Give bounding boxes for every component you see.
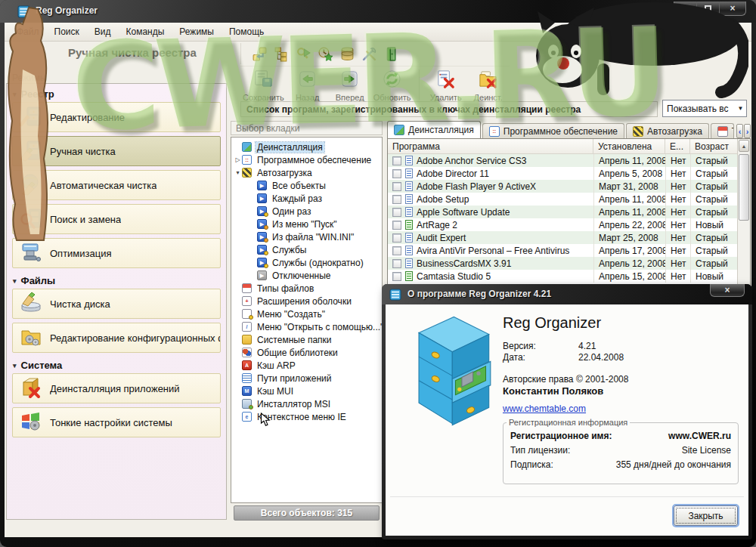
- tree-item-disabled[interactable]: ▶Отключенные: [231, 269, 382, 282]
- website-link[interactable]: www.chemtable.com: [503, 403, 586, 414]
- tree-item-shared-libs[interactable]: Общие библиотеки: [231, 346, 382, 359]
- tree-item-run-once[interactable]: ▶Один раз: [231, 205, 382, 218]
- tree-item-app-paths[interactable]: Пути приложений: [231, 372, 382, 385]
- tab-file-types[interactable]: Ти: [711, 123, 734, 138]
- table-row[interactable]: Adobe Anchor Service CS3Апрель 11, 2008Н…: [388, 154, 737, 167]
- tree-item-startup-flag[interactable]: ▾Автозагрузка: [231, 166, 382, 179]
- tab-software-box[interactable]: ::Программное обеспечение: [482, 123, 624, 138]
- services-once-icon: ▶: [257, 258, 267, 267]
- chevron-down-icon[interactable]: ▼: [735, 105, 746, 112]
- menu-поиск[interactable]: Поиск: [47, 24, 87, 39]
- scroll-up-icon[interactable]: ▲: [739, 140, 749, 152]
- column-header-installed[interactable]: Установлена: [593, 139, 665, 153]
- menu-команды[interactable]: Команды: [119, 24, 172, 39]
- back-button[interactable]: Назад: [287, 69, 329, 102]
- row-checkbox[interactable]: [392, 259, 401, 268]
- table-row[interactable]: Adobe Flash Player 9 ActiveXМарт 31, 200…: [388, 180, 737, 193]
- sidebar-item-manual-clean[interactable]: Ручная чистка: [12, 136, 221, 166]
- row-checkbox[interactable]: [392, 182, 401, 191]
- forward-button[interactable]: Вперед: [329, 69, 371, 102]
- menu-помощь[interactable]: Помощь: [222, 24, 271, 39]
- table-row[interactable]: Audit ExpertМарт 25, 2008НетСтарый: [388, 231, 737, 244]
- tab-scroll-left-icon[interactable]: ‹: [736, 124, 743, 138]
- dialog-close-icon[interactable]: ×: [710, 284, 745, 297]
- menu-файл[interactable]: Файл: [9, 24, 47, 39]
- tree-view-icon[interactable]: [274, 46, 290, 62]
- search-key-icon[interactable]: [296, 46, 311, 62]
- tree-item-shell-ext[interactable]: +Расширения оболочки: [231, 295, 382, 307]
- sidebar-item-system-tweaks[interactable]: Тонкие настройки системы: [12, 407, 221, 437]
- tree-item-file-types[interactable]: Типы файлов: [231, 282, 382, 295]
- row-checkbox[interactable]: [392, 272, 401, 281]
- database-icon[interactable]: [339, 46, 355, 62]
- tree-item-open-with[interactable]: /Меню "Открыть с помощью...": [231, 320, 382, 333]
- filter-combo[interactable]: Показывать вс ▼: [662, 100, 747, 117]
- delete-button[interactable]: Удалить: [425, 69, 467, 102]
- row-checkbox[interactable]: [392, 233, 401, 243]
- table-row[interactable]: Avira AntiVir Personal – Free AntivirusА…: [388, 244, 737, 257]
- sidebar-section-система[interactable]: ▾Система: [7, 357, 226, 373]
- table-header-row: ПрограммаУстановленаЕ...Возраст: [388, 139, 737, 154]
- menu-режимы[interactable]: Режимы: [172, 24, 222, 39]
- tab-uninstall-tab[interactable]: Деинсталляция: [387, 121, 481, 138]
- program-name: Adobe Director 11: [417, 168, 489, 179]
- exit-icon[interactable]: [383, 46, 399, 62]
- tree-item-run-all[interactable]: ▶Все объекты: [231, 179, 382, 192]
- tree-item-arp-cache[interactable]: AКэш ARP: [231, 359, 382, 372]
- row-checkbox[interactable]: [392, 195, 401, 204]
- column-header-name[interactable]: Программа: [388, 139, 593, 153]
- row-checkbox[interactable]: [392, 208, 401, 217]
- row-checkbox[interactable]: [392, 169, 401, 178]
- refresh-button[interactable]: Обновить: [371, 69, 414, 102]
- tree-item-run-every[interactable]: ▶Каждый раз: [231, 192, 382, 205]
- table-row[interactable]: BusinessCardsMX 3.91Апрель 12, 2008НетСт…: [388, 257, 737, 270]
- scrollbar-thumb[interactable]: [739, 154, 749, 221]
- sidebar-item-disk-clean[interactable]: Чистка диска: [12, 289, 221, 319]
- tree-item-start-menu[interactable]: ▶Из меню "Пуск": [231, 218, 382, 230]
- tab-startup-flag[interactable]: Автозагрузка: [626, 123, 709, 138]
- menu-вид[interactable]: Вид: [87, 24, 119, 39]
- tree-item-system-folders[interactable]: Системные папки: [231, 333, 382, 346]
- sidebar-section-реестр[interactable]: ▾Реестр: [7, 85, 226, 102]
- tree-expander-icon[interactable]: ▷: [234, 156, 242, 163]
- row-checkbox[interactable]: [392, 156, 401, 165]
- uninstall-button[interactable]: Деинст.: [467, 69, 510, 102]
- maximize-button[interactable]: [697, 2, 720, 15]
- tree-item-win-ini[interactable]: ▶Из файла "WIN.INI": [231, 230, 382, 243]
- sidebar-section-файлы[interactable]: ▾Файлы: [7, 272, 226, 289]
- favorites-icon[interactable]: [318, 46, 333, 62]
- tools-icon[interactable]: [361, 46, 377, 62]
- table-row[interactable]: Apple Software UpdateАпрель 11, 2008НетС…: [388, 206, 737, 218]
- sidebar-item-search-replace[interactable]: Поиск и замена: [12, 204, 221, 234]
- table-row[interactable]: Adobe SetupАпрель 11, 2008НетСтарый: [388, 193, 737, 206]
- tree-item-services[interactable]: ▶Службы: [231, 243, 382, 256]
- column-header-age[interactable]: Возраст: [690, 139, 737, 153]
- table-row[interactable]: Adobe Director 11Апрель 5, 2008НетСтарый: [388, 167, 737, 180]
- close-button[interactable]: ×: [720, 2, 745, 15]
- sidebar-item-optimize[interactable]: Оптимизация: [12, 238, 221, 268]
- tab-scroll-right-icon[interactable]: ›: [744, 124, 751, 138]
- tree-item-mui-cache[interactable]: MКэш MUI: [231, 385, 382, 397]
- row-checkbox[interactable]: [392, 246, 401, 255]
- sidebar-item-config-files[interactable]: Редактирование конфигурационных файлов: [12, 323, 221, 353]
- tree-item-software-box[interactable]: ▷::Программное обеспечение: [231, 153, 382, 166]
- close-dialog-button[interactable]: Закрыть: [674, 505, 738, 526]
- collapse-triangle-icon: ▾: [13, 362, 17, 369]
- sidebar-item-auto-clean[interactable]: Автоматическая чистка: [12, 170, 221, 200]
- minimize-button[interactable]: −: [674, 2, 697, 15]
- tree-item-ie-menu[interactable]: eКонтекстное меню IE: [231, 410, 382, 423]
- table-row[interactable]: Camtasia Studio 5Апрель 15, 2008НетНовый: [388, 270, 737, 283]
- tree-expander-icon[interactable]: ▾: [234, 169, 242, 176]
- registry-jump-icon[interactable]: [252, 46, 268, 62]
- tree-item-msi-installer[interactable]: Инсталлятор MSI: [231, 397, 382, 410]
- sidebar-item-uninstall-apps[interactable]: Деинсталляция приложений: [12, 373, 221, 403]
- reg-organizer-logo: [396, 311, 500, 430]
- save-button[interactable]: Сохранить: [240, 69, 287, 102]
- column-header-e[interactable]: Е...: [665, 139, 690, 153]
- row-checkbox[interactable]: [392, 221, 401, 230]
- tree-item-uninstall-tab[interactable]: Деинсталляция: [231, 141, 382, 153]
- tree-item-new-menu[interactable]: Меню "Создать": [231, 307, 382, 320]
- table-row[interactable]: ArtRage 2Апрель 22, 2008НетНовый: [388, 218, 737, 231]
- sidebar-item-registry-edit[interactable]: Редактирование: [12, 102, 221, 132]
- tree-item-services-once[interactable]: ▶Службы (однократно): [231, 256, 382, 269]
